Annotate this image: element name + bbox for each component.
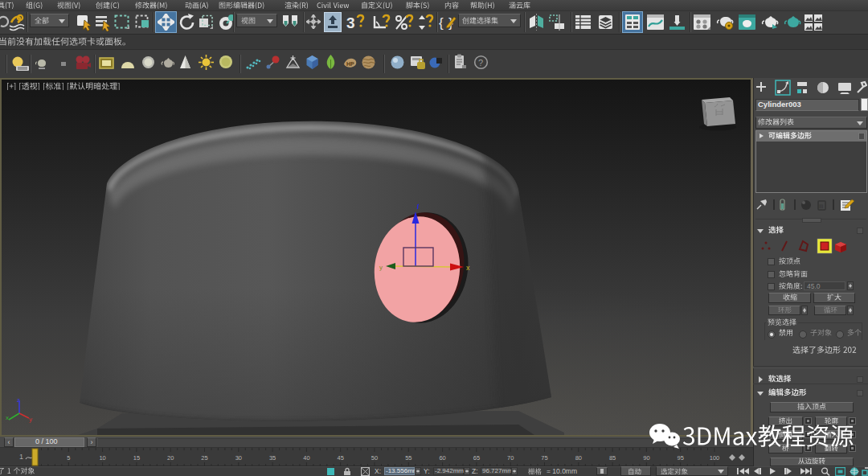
svg-text:HP: HP bbox=[346, 61, 354, 67]
svg-text:40: 40 bbox=[303, 454, 309, 462]
svg-text:y: y bbox=[379, 264, 383, 271]
svg-text:5: 5 bbox=[67, 454, 70, 462]
svg-text:30: 30 bbox=[235, 454, 242, 462]
svg-text:{: { bbox=[439, 15, 444, 31]
svg-text:x: x bbox=[466, 264, 470, 272]
svg-text:50: 50 bbox=[371, 454, 378, 462]
svg-text:55: 55 bbox=[405, 454, 411, 462]
svg-text:25: 25 bbox=[201, 454, 207, 462]
svg-text:75: 75 bbox=[541, 454, 547, 462]
svg-text:95: 95 bbox=[678, 454, 684, 462]
svg-text:15: 15 bbox=[133, 454, 140, 462]
svg-text:60: 60 bbox=[439, 454, 445, 462]
svg-text:?: ? bbox=[478, 58, 483, 68]
svg-text:10: 10 bbox=[99, 454, 105, 462]
svg-text:100: 100 bbox=[710, 454, 720, 462]
svg-text:45: 45 bbox=[338, 454, 344, 462]
svg-text:3: 3 bbox=[346, 14, 355, 31]
svg-text:65: 65 bbox=[473, 454, 480, 462]
svg-text:20: 20 bbox=[167, 454, 174, 462]
svg-text:90: 90 bbox=[643, 454, 649, 462]
svg-text:35: 35 bbox=[269, 454, 276, 462]
svg-text:ili: ili bbox=[819, 203, 824, 210]
svg-text:85: 85 bbox=[609, 454, 616, 462]
svg-text:70: 70 bbox=[507, 454, 514, 462]
svg-text:80: 80 bbox=[575, 454, 582, 462]
